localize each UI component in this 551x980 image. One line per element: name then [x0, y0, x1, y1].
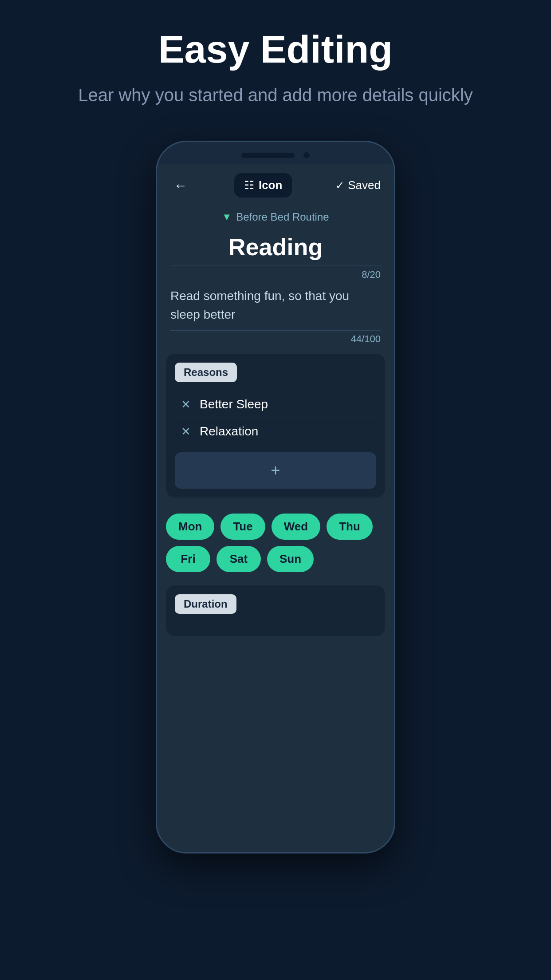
icon-button-label: Icon	[259, 178, 282, 192]
dropdown-arrow-icon: ▼	[222, 211, 232, 223]
phone-frame: ← ☷ Icon ✓ Saved ▼ Before Bed Routine Re…	[156, 141, 395, 854]
notch-pill	[241, 153, 295, 158]
reason-item-1: ✕ Better Sleep	[175, 391, 376, 418]
page-title: Easy Editing	[158, 27, 393, 72]
description-text[interactable]: Read something fun, so that you sleep be…	[157, 282, 394, 330]
breadcrumb-text: Before Bed Routine	[236, 211, 329, 223]
page-subtitle: Lear why you started and add more detail…	[78, 85, 472, 105]
add-reason-button[interactable]: +	[175, 452, 376, 489]
desc-char-counter: 44/100	[157, 331, 394, 354]
reason-1-text: Better Sleep	[200, 397, 268, 411]
day-wed[interactable]: Wed	[272, 514, 320, 540]
notch-camera	[303, 152, 310, 158]
app-content: ← ☷ Icon ✓ Saved ▼ Before Bed Routine Re…	[157, 164, 394, 852]
saved-text: Saved	[348, 178, 381, 192]
title-char-counter: 8/20	[157, 265, 394, 282]
days-row-1: Mon Tue Wed Thu	[166, 514, 385, 540]
saved-status: ✓ Saved	[335, 178, 381, 192]
top-bar: ← ☷ Icon ✓ Saved	[157, 164, 394, 206]
back-button[interactable]: ←	[170, 174, 191, 197]
breadcrumb: ▼ Before Bed Routine	[157, 206, 394, 226]
habit-title[interactable]: Reading	[157, 226, 394, 265]
duration-label: Duration	[175, 594, 236, 614]
reasons-label: Reasons	[175, 363, 237, 382]
remove-reason-1-button[interactable]: ✕	[179, 398, 193, 411]
days-section: Mon Tue Wed Thu Fri Sat Sun	[157, 506, 394, 585]
document-icon: ☷	[244, 178, 254, 192]
day-sat[interactable]: Sat	[216, 546, 261, 572]
reason-item-2: ✕ Relaxation	[175, 418, 376, 445]
duration-section: Duration	[166, 585, 385, 636]
icon-button[interactable]: ☷ Icon	[234, 173, 292, 198]
remove-reason-2-button[interactable]: ✕	[179, 425, 193, 439]
phone-notch	[157, 142, 394, 164]
day-tue[interactable]: Tue	[220, 514, 265, 540]
check-icon: ✓	[335, 179, 344, 192]
reasons-section: Reasons ✕ Better Sleep ✕ Relaxation +	[166, 354, 385, 498]
reason-2-text: Relaxation	[200, 424, 258, 439]
plus-icon: +	[271, 461, 280, 480]
day-thu[interactable]: Thu	[327, 514, 373, 540]
day-sun[interactable]: Sun	[267, 546, 314, 572]
day-mon[interactable]: Mon	[166, 514, 214, 540]
day-fri[interactable]: Fri	[166, 546, 210, 572]
days-row-2: Fri Sat Sun	[166, 546, 385, 572]
